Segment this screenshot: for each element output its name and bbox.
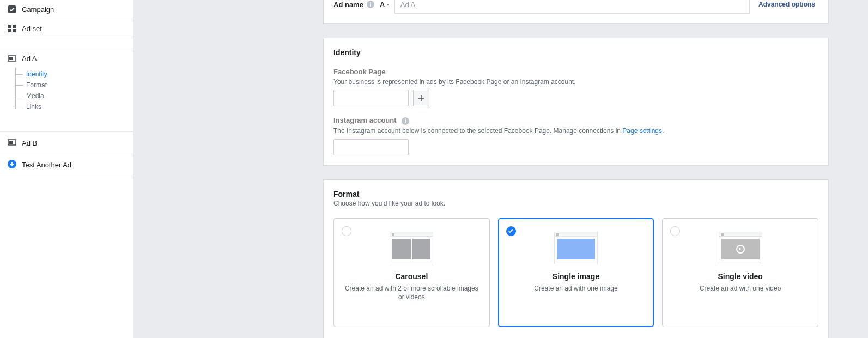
main-content: Ad name i A - Advanced options Identity … xyxy=(133,0,868,338)
identity-panel: Identity Facebook Page Your business is … xyxy=(323,38,829,166)
format-panel: Format Choose how you'd like your ad to … xyxy=(323,179,829,338)
format-card-single-image[interactable]: Single image Create an ad with one image xyxy=(498,218,654,327)
sidebar-item-ad-b[interactable]: Ad B xyxy=(0,132,133,154)
card-title: Single video xyxy=(669,272,811,281)
sidebar-item-label: Ad B xyxy=(22,139,37,147)
page-settings-link[interactable]: Page settings xyxy=(622,127,662,135)
sidebar-item-campaign[interactable]: Campaign xyxy=(0,0,133,19)
svg-rect-6 xyxy=(9,57,13,60)
plus-circle-icon xyxy=(8,160,16,170)
ad-a-subnav: Identity Format Media Links xyxy=(0,68,133,116)
svg-rect-1 xyxy=(8,25,11,28)
facebook-page-desc: Your business is represented in ads by i… xyxy=(333,78,818,86)
sidebar-item-label: Ad set xyxy=(22,25,42,33)
sidebar-item-label: Ad A xyxy=(22,55,37,63)
format-card-carousel[interactable]: Carousel Create an ad with 2 or more scr… xyxy=(333,218,490,327)
card-title: Carousel xyxy=(341,272,483,281)
info-icon[interactable]: i xyxy=(402,117,409,125)
adset-icon xyxy=(8,24,16,33)
svg-rect-0 xyxy=(8,5,16,13)
sidebar-item-label: Campaign xyxy=(22,5,54,14)
advanced-options-link[interactable]: Advanced options xyxy=(755,1,818,8)
sidebar-item-ad-a[interactable]: Ad A xyxy=(0,49,133,68)
info-icon[interactable]: i xyxy=(367,1,374,8)
sidebar-item-label: Test Another Ad xyxy=(22,161,71,169)
subnav-media[interactable]: Media xyxy=(15,90,133,101)
card-desc: Create an ad with 2 or more scrollable i… xyxy=(341,284,483,301)
svg-rect-8 xyxy=(9,141,13,144)
ad-name-label: Ad name i xyxy=(333,1,374,9)
svg-rect-2 xyxy=(13,25,16,28)
facebook-page-label: Facebook Page xyxy=(333,68,818,76)
ad-icon xyxy=(8,138,16,148)
identity-heading: Identity xyxy=(324,48,828,57)
instagram-account-select[interactable] xyxy=(333,139,409,155)
radio-checked-icon xyxy=(506,226,516,236)
radio-unchecked-icon xyxy=(670,226,680,236)
ad-name-panel: Ad name i A - Advanced options xyxy=(323,0,829,24)
svg-rect-4 xyxy=(13,29,16,32)
card-title: Single image xyxy=(505,272,647,281)
subnav-links[interactable]: Links xyxy=(15,101,133,112)
card-desc: Create an ad with one image xyxy=(505,284,647,293)
sidebar-item-adset[interactable]: Ad set xyxy=(0,19,133,38)
card-desc: Create an ad with one video xyxy=(669,284,811,293)
radio-unchecked-icon xyxy=(342,226,351,236)
campaign-icon xyxy=(8,5,16,14)
single-image-thumbnail-icon xyxy=(554,232,598,264)
play-icon xyxy=(736,245,745,254)
instagram-account-desc: The Instagram account below is connected… xyxy=(333,127,818,135)
carousel-thumbnail-icon xyxy=(390,232,433,264)
svg-rect-3 xyxy=(8,29,11,32)
single-video-thumbnail-icon xyxy=(719,232,762,264)
subnav-identity[interactable]: Identity xyxy=(15,69,133,80)
sidebar: Campaign Ad set Ad A Identity Format Med… xyxy=(0,0,133,338)
facebook-page-select[interactable] xyxy=(333,90,409,106)
sidebar-item-test-another-ad[interactable]: Test Another Ad xyxy=(0,154,133,176)
format-subheading: Choose how you'd like your ad to look. xyxy=(333,200,818,207)
add-page-button[interactable] xyxy=(413,90,429,106)
instagram-account-label: Instagram account i xyxy=(333,116,818,125)
ad-icon xyxy=(8,54,16,63)
subnav-format[interactable]: Format xyxy=(15,80,133,90)
format-heading: Format xyxy=(333,190,818,198)
ad-name-prefix: A - xyxy=(380,1,389,9)
format-card-single-video[interactable]: Single video Create an ad with one video xyxy=(662,218,818,327)
ad-name-input[interactable] xyxy=(394,0,750,14)
